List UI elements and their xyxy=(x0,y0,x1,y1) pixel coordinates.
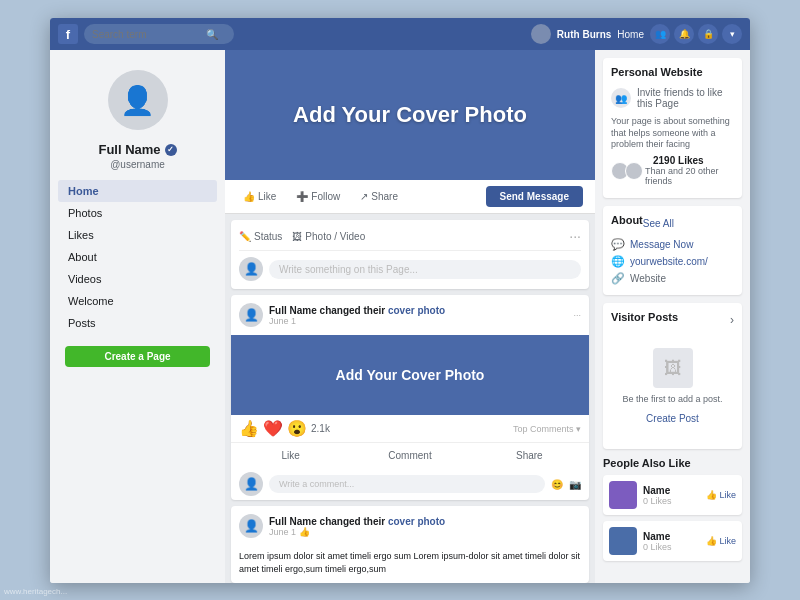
mini-avatar: 👤 xyxy=(239,257,263,281)
thumbs-up-icon: 👍 xyxy=(243,191,255,202)
globe-icon: 🌐 xyxy=(611,255,625,268)
status-input-area: 👤 Write something on this Page... xyxy=(239,257,581,281)
message-now-row[interactable]: 💬 Message Now xyxy=(611,236,734,253)
empty-posts-icon: 🖼 xyxy=(653,348,693,388)
profile-avatar-area: 👤 xyxy=(50,50,225,138)
attachment-icon[interactable]: 📷 xyxy=(569,479,581,490)
post-username: Full Name changed their cover photo xyxy=(269,305,445,316)
share-button[interactable]: ↗ Share xyxy=(354,188,404,205)
nav-username: Ruth Burns xyxy=(557,29,611,40)
sidebar-item-about[interactable]: About xyxy=(58,246,217,268)
user-silhouette-icon: 👤 xyxy=(120,84,155,117)
post-comment-button[interactable]: Comment xyxy=(350,447,469,464)
search-icon: 🔍 xyxy=(206,29,218,40)
status-input[interactable]: Write something on this Page... xyxy=(269,260,581,279)
profile-name: Full Name ✓ xyxy=(50,138,225,159)
app-window: f 🔍 Ruth Burns Home 👥 🔔 🔒 ▾ 👤 xyxy=(50,18,750,583)
people-sub-2: 0 Likes xyxy=(643,542,700,552)
thumbs-up-icon-small-2: 👍 xyxy=(706,536,717,546)
menu-icon[interactable]: ▾ xyxy=(722,24,742,44)
cover-photo-link[interactable]: cover photo xyxy=(388,305,445,316)
sidebar-item-likes[interactable]: Likes xyxy=(58,224,217,246)
verified-badge: ✓ xyxy=(165,144,177,156)
visitor-posts-empty: 🖼 Be the first to add a post. Create Pos… xyxy=(611,333,734,441)
people-avatar-1 xyxy=(609,481,637,509)
website-url[interactable]: yourwebsite.com/ xyxy=(630,256,708,267)
emoji-icon[interactable]: 😊 xyxy=(551,479,563,490)
profile-username: @username xyxy=(50,159,225,180)
cover-photo-link-2[interactable]: cover photo xyxy=(388,516,445,527)
likes-count: 2190 Likes xyxy=(653,155,734,166)
sidebar-item-posts[interactable]: Posts xyxy=(58,312,217,334)
post-options[interactable]: ··· xyxy=(573,310,581,320)
visitor-posts-widget: Visitor Posts › 🖼 Be the first to add a … xyxy=(603,303,742,449)
chevron-right-icon[interactable]: › xyxy=(730,313,734,327)
sidebar-item-home[interactable]: Home xyxy=(58,180,217,202)
likes-area: 2190 Likes Than and 20 other friends xyxy=(611,155,734,186)
post-avatar: 👤 xyxy=(239,303,263,327)
notifications-icon[interactable]: 🔔 xyxy=(674,24,694,44)
cover-photo-area: Add Your Cover Photo xyxy=(225,50,595,180)
create-post-link[interactable]: Create Post xyxy=(646,413,699,424)
post-actions: Like Comment Share xyxy=(231,442,589,468)
page-description: Your page is about something that helps … xyxy=(611,116,734,151)
nav-home-link[interactable]: Home xyxy=(617,29,644,40)
follow-button[interactable]: ➕ Follow xyxy=(290,188,346,205)
tab-photo-video[interactable]: 🖼 Photo / Video xyxy=(292,228,365,244)
about-title: About xyxy=(611,214,643,226)
status-icon: ✏️ xyxy=(239,231,251,242)
search-input[interactable] xyxy=(92,29,202,40)
about-widget: About See All 💬 Message Now 🌐 yourwebsit… xyxy=(603,206,742,295)
people-title: People Also Like xyxy=(603,457,742,469)
lock-icon[interactable]: 🔒 xyxy=(698,24,718,44)
likes-avatars xyxy=(611,162,639,180)
sidebar-item-photos[interactable]: Photos xyxy=(58,202,217,224)
post-cover-title: Add Your Cover Photo xyxy=(336,367,485,383)
send-message-button[interactable]: Send Message xyxy=(486,186,583,207)
people-also-like: People Also Like Name 0 Likes 👍 Like xyxy=(603,457,742,561)
people-like-button-1[interactable]: 👍 Like xyxy=(706,490,736,500)
photo-icon: 🖼 xyxy=(292,231,302,242)
thumbs-up-icon-small: 👍 xyxy=(706,490,717,500)
post-reactions: 👍 ❤️ 😮 2.1k Top Comments ▾ xyxy=(231,415,589,442)
follow-icon: ➕ xyxy=(296,191,308,202)
create-page-button[interactable]: Create a Page xyxy=(65,346,210,367)
people-like-button-2[interactable]: 👍 Like xyxy=(706,536,736,546)
share-icon: ↗ xyxy=(360,191,368,202)
message-now-link[interactable]: Message Now xyxy=(630,239,693,250)
see-all-link[interactable]: See All xyxy=(643,218,674,229)
invite-icon: 👥 xyxy=(611,88,631,108)
search-bar[interactable]: 🔍 xyxy=(84,24,234,44)
website-label: Website xyxy=(630,273,666,284)
people-name-2: Name xyxy=(643,531,700,542)
wow-reaction-icon: 😮 xyxy=(287,419,307,438)
top-comments-label[interactable]: Top Comments ▾ xyxy=(513,424,581,434)
comment-input[interactable]: Write a comment... xyxy=(269,475,545,493)
sidebar-item-videos[interactable]: Videos xyxy=(58,268,217,290)
friends-icon[interactable]: 👥 xyxy=(650,24,670,44)
nav-avatar xyxy=(531,24,551,44)
people-sub-1: 0 Likes xyxy=(643,496,700,506)
website-widget-title: Personal Website xyxy=(611,66,734,78)
left-sidebar: 👤 Full Name ✓ @username Home Photos Like… xyxy=(50,50,225,583)
post-like-button[interactable]: Like xyxy=(231,447,350,464)
people-card-2: Name 0 Likes 👍 Like xyxy=(603,521,742,561)
website-widget: Personal Website 👥 Invite friends to lik… xyxy=(603,58,742,198)
sidebar-item-welcome[interactable]: Welcome xyxy=(58,290,217,312)
likes-avatar-2 xyxy=(625,162,643,180)
post-lorem-text: Lorem ipsum dolor sit amet timeli ergo s… xyxy=(231,546,589,583)
tab-status[interactable]: ✏️ Status xyxy=(239,228,282,244)
like-button[interactable]: 👍 Like xyxy=(237,188,282,205)
people-name-1: Name xyxy=(643,485,700,496)
post-username-2: Full Name changed their cover photo xyxy=(269,516,445,527)
right-sidebar: Personal Website 👥 Invite friends to lik… xyxy=(595,50,750,583)
feed-post: 👤 Full Name changed their cover photo Ju… xyxy=(231,295,589,500)
people-card-1: Name 0 Likes 👍 Like xyxy=(603,475,742,515)
message-icon: 💬 xyxy=(611,238,625,251)
website-label-row: 🔗 Website xyxy=(611,270,734,287)
post-header-2: 👤 Full Name changed their cover photo Ju… xyxy=(231,506,589,546)
post-share-button[interactable]: Share xyxy=(470,447,589,464)
sidebar-nav: Home Photos Likes About Videos Welcome P… xyxy=(50,180,225,334)
more-options-icon[interactable]: ··· xyxy=(569,228,581,244)
invite-friends-item[interactable]: 👥 Invite friends to like this Page xyxy=(611,84,734,112)
